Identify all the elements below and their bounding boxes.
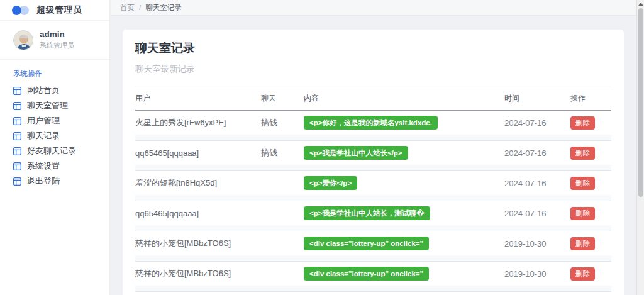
layout-icon — [13, 162, 21, 170]
row-separator — [135, 225, 611, 231]
table-row: 慈祥的小笼包[MBbzTO6S] <div class="lottery-up"… — [135, 231, 611, 255]
content-badge: <p>我是学社山中人站长，测试聊� — [304, 206, 430, 220]
col-header-chat: 聊天 — [261, 93, 304, 104]
scroll-up-icon[interactable] — [638, 3, 643, 6]
layout-icon — [13, 102, 21, 110]
col-header-action: 操作 — [570, 93, 611, 104]
sidebar-menu-item[interactable]: 网站首页 — [0, 83, 109, 98]
cell-user: 慈祥的小笼包[MBbzTO6S] — [135, 238, 261, 249]
cell-user: qq65465[qqqaaa] — [135, 209, 261, 218]
cell-chat: 搞钱 — [261, 117, 304, 128]
sidebar-menu-label: 退出登陆 — [27, 175, 60, 187]
row-separator — [135, 135, 611, 141]
cell-user: 火星上的秀发[rFw6yxPE] — [135, 117, 261, 128]
table-row: 慈祥的小笼包[MBbzTO6S] <div class="lottery-up"… — [135, 262, 611, 286]
cell-time: 2019-10-30 — [504, 239, 570, 248]
delete-button[interactable]: 删除 — [570, 237, 595, 250]
row-separator — [135, 255, 611, 262]
layout-icon — [13, 177, 21, 186]
content-badge: <p>我是学社山中人站长</p> — [304, 146, 408, 160]
table-header: 用户 聊天 内容 时间 操作 — [135, 86, 611, 111]
cell-user: qq65465[qqqaaa] — [135, 148, 261, 158]
col-header-user: 用户 — [135, 93, 261, 104]
cell-time: 2024-07-16 — [504, 209, 570, 218]
col-header-time: 时间 — [504, 93, 570, 104]
scrollbar-thumb[interactable] — [638, 8, 643, 197]
page-subtitle: 聊天室最新记录 — [135, 64, 611, 75]
cell-time: 2024-07-16 — [504, 179, 570, 188]
layout-icon — [13, 117, 21, 125]
breadcrumb-separator: / — [139, 4, 141, 11]
layout-icon — [13, 147, 21, 155]
layout-icon — [13, 132, 21, 140]
sidebar: 超级管理员 admin 系统管理员 系统操作 网站首页 — [0, 0, 110, 295]
sidebar-menu-label: 好友聊天记录 — [27, 145, 76, 157]
breadcrumb-home[interactable]: 首页 — [120, 3, 135, 13]
cell-chat: 搞钱 — [261, 147, 304, 159]
sidebar-menu-item[interactable]: 聊天记录 — [0, 128, 109, 143]
breadcrumb-current: 聊天室记录 — [145, 3, 182, 13]
row-separator — [135, 165, 611, 171]
avatar — [13, 30, 33, 50]
content-badge: <div class="lottery-up" onclick=" — [304, 237, 429, 250]
cell-time: 2019-10-30 — [504, 269, 570, 279]
user-name: admin — [40, 30, 74, 39]
sidebar-menu-item[interactable]: 聊天室管理 — [0, 98, 109, 113]
user-panel: admin 系统管理员 — [0, 21, 109, 60]
sidebar-menu-item[interactable]: 好友聊天记录 — [0, 143, 109, 159]
delete-button[interactable]: 删除 — [570, 207, 595, 220]
delete-button[interactable]: 删除 — [570, 267, 595, 281]
sidebar-menu-label: 聊天室管理 — [27, 100, 68, 111]
sidebar-menu-item[interactable]: 退出登陆 — [0, 174, 109, 189]
sidebar-menu-label: 网站首页 — [27, 85, 60, 96]
table-row: 我我我[cici] <div class="image"><a href=&qu… — [135, 292, 611, 295]
cell-user: 慈祥的小笼包[MBbzTO6S] — [135, 268, 261, 279]
row-separator — [135, 286, 611, 292]
table-row: qq65465[qqqaaa] <p>我是学社山中人站长，测试聊� 2024-0… — [135, 201, 611, 225]
table-row: 羞涩的短靴[tn8HqX5d] <p>爱你</p> 2024-07-16 删除 — [135, 171, 611, 195]
page-title: 聊天室记录 — [135, 40, 611, 57]
col-header-content: 内容 — [304, 93, 504, 104]
table-row: 火星上的秀发[rFw6yxPE] 搞钱 <p>你好，这是我的新域名yslt.kd… — [135, 111, 611, 135]
cell-user: 羞涩的短靴[tn8HqX5d] — [135, 177, 261, 189]
sidebar-section-label: 系统操作 — [13, 69, 109, 79]
layout-icon — [13, 87, 21, 95]
table-row: qq65465[qqqaaa] 搞钱 <p>我是学社山中人站长</p> 2024… — [135, 141, 611, 165]
sidebar-menu-item[interactable]: 用户管理 — [0, 113, 109, 128]
main-area: 聊天室记录 聊天室最新记录 用户 聊天 内容 时间 操作 火星上的秀发[rFw6… — [111, 16, 636, 295]
content-badge: <p>爱你</p> — [304, 176, 357, 190]
vertical-scrollbar[interactable] — [636, 0, 644, 295]
brand: 超级管理员 — [0, 0, 109, 21]
sidebar-menu-label: 系统设置 — [27, 160, 60, 172]
cell-time: 2024-07-16 — [504, 118, 570, 128]
content-badge: <div class="lottery-up" onclick=" — [304, 267, 429, 281]
delete-button[interactable]: 删除 — [570, 116, 595, 130]
brand-title: 超级管理员 — [36, 4, 82, 16]
user-role: 系统管理员 — [40, 41, 74, 50]
sidebar-menu-label: 用户管理 — [27, 115, 60, 126]
content-badge: <p>你好，这是我的新域名yslt.kdxdc. — [304, 116, 438, 130]
sidebar-menu-label: 聊天记录 — [27, 130, 60, 142]
topbar: 首页 / 聊天室记录 — [111, 0, 636, 16]
delete-button[interactable]: 删除 — [570, 147, 595, 160]
row-separator — [135, 195, 611, 201]
logo-icon — [12, 6, 29, 15]
content-card: 聊天室记录 聊天室最新记录 用户 聊天 内容 时间 操作 火星上的秀发[rFw6… — [123, 30, 624, 295]
sidebar-menu-item[interactable]: 系统设置 — [0, 159, 109, 174]
cell-time: 2024-07-16 — [504, 148, 570, 158]
delete-button[interactable]: 删除 — [570, 177, 595, 190]
